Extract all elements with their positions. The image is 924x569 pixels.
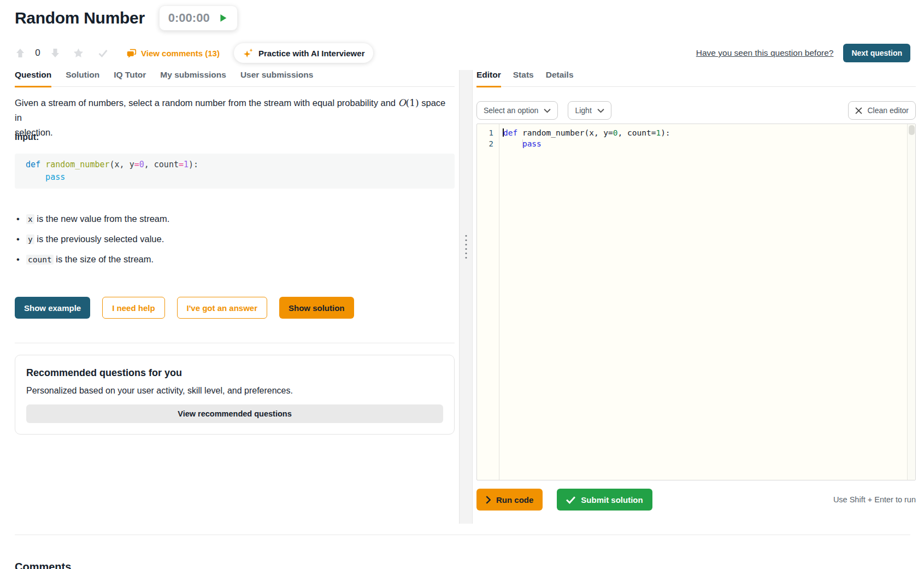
next-question-button[interactable]: Next question [843,44,910,62]
run-chevron-icon [486,496,491,504]
question-text-intro: Given a stream of numbers, select a rand… [15,98,398,108]
tab-editor[interactable]: Editor [476,70,501,87]
language-select-value: Select an option [484,106,538,115]
chevron-down-icon [597,108,604,113]
ai-interviewer-button[interactable]: Practice with AI Interviewer [234,43,374,63]
title-row: Random Number 0:00:00 [15,5,238,31]
question-panel-tabs: Question Solution IQ Tutor My submission… [15,70,455,87]
code-function-name: random_number [45,160,109,169]
check-icon [97,48,109,58]
header-right-actions: Have you seen this question before? Next… [696,44,910,62]
comments-divider [15,535,910,535]
timer-play-button[interactable] [217,13,228,24]
close-icon [855,107,862,114]
clean-editor-button[interactable]: Clean editor [848,101,916,120]
comments-icon [126,48,137,58]
run-code-label: Run code [496,495,533,505]
view-recommended-button[interactable]: View recommended questions [26,404,443,423]
tab-details[interactable]: Details [546,70,574,87]
code-keyword-def: def [26,160,40,169]
comments-heading: Comments [15,561,71,569]
recommended-questions-card: Recommended questions for you Personaliz… [15,355,455,435]
big-o-notation: O(1) [398,97,419,108]
question-actions-row: 0 View comments (13) [15,44,373,62]
input-label: Input: [15,132,39,142]
downvote-button[interactable] [50,48,61,58]
timer-widget: 0:00:00 [159,5,238,31]
editor-toolbar: Select an option Light Clean editor [476,101,916,120]
question-page: Random Number 0:00:00 0 [0,0,924,569]
favorite-button[interactable] [73,48,84,58]
theme-select[interactable]: Light [568,101,611,120]
view-comments-link[interactable]: View comments (13) [126,48,220,58]
got-answer-button[interactable]: I've got an answer [177,297,267,319]
tab-stats[interactable]: Stats [513,70,534,87]
sparkles-icon [243,48,254,58]
tab-my-submissions[interactable]: My submissions [160,70,226,87]
play-icon [217,13,228,24]
page-title: Random Number [15,9,145,27]
recommended-title: Recommended questions for you [26,367,443,379]
question-text-tail: selection. [15,125,452,140]
section-divider [15,343,455,343]
tab-iq-tutor[interactable]: IQ Tutor [114,70,146,87]
ai-interviewer-label: Practice with AI Interviewer [258,49,365,58]
vote-count: 0 [34,48,41,58]
tab-solution[interactable]: Solution [66,70,99,87]
mark-solved-button[interactable] [97,48,109,58]
theme-select-value: Light [575,106,591,115]
code-keyword-pass: pass [45,172,65,182]
upvote-button[interactable] [15,48,26,58]
editor-scrollbar[interactable] [907,124,915,480]
upvote-icon [15,48,26,58]
need-help-button[interactable]: I need help [102,297,164,319]
chevron-down-icon [544,108,551,113]
editor-panel: Editor Stats Details Select an option Li… [476,70,916,551]
editor-panel-tabs: Editor Stats Details [476,70,916,87]
param-count: count [26,255,54,265]
drag-dots-icon [465,235,467,259]
line-number: 1 [489,127,493,138]
question-text: Given a stream of numbers, select a rand… [15,96,452,140]
shortcut-hint: Use Shift + Enter to run [833,495,916,504]
tab-question[interactable]: Question [15,70,51,87]
submit-solution-button[interactable]: Submit solution [557,489,652,511]
list-item: count is the size of the stream. [15,254,169,266]
editor-keyword-def: def [503,128,517,137]
question-action-buttons: Show example I need help I've got an ans… [15,297,354,319]
code-editor[interactable]: 1 2 def random_number(x, y=0, count=1): … [476,124,916,480]
panel-resize-handle[interactable] [459,70,473,524]
line-number: 2 [489,138,493,149]
show-solution-button[interactable]: Show solution [279,297,354,319]
tab-user-submissions[interactable]: User submissions [240,70,314,87]
param-y: y [26,234,34,244]
seen-before-link[interactable]: Have you seen this question before? [696,48,834,58]
editor-code: def random_number(x, y=0, count=1): pass [503,127,904,149]
question-code-block: def random_number(x, y=0, count=1): pass [15,154,455,189]
list-item: y is the previously selected value. [15,233,169,245]
parameter-list: x is the new value from the stream. y is… [15,213,169,274]
question-panel: Question Solution IQ Tutor My submission… [15,70,455,551]
show-example-button[interactable]: Show example [15,297,90,319]
submit-check-icon [566,496,575,504]
run-code-button[interactable]: Run code [476,489,543,511]
list-item: x is the new value from the stream. [15,213,169,225]
recommended-subtitle: Personalized based on your user activity… [26,386,443,396]
editor-footer: Run code Submit solution Use Shift + Ent… [476,489,916,511]
star-icon [73,48,84,58]
timer-value: 0:00:00 [168,11,210,25]
clean-editor-label: Clean editor [868,106,909,115]
line-number-gutter: 1 2 [477,124,499,480]
downvote-icon [50,48,61,58]
submit-solution-label: Submit solution [581,495,643,505]
param-x: x [26,214,34,224]
view-comments-label: View comments (13) [141,49,220,58]
editor-keyword-pass: pass [522,139,542,148]
language-select[interactable]: Select an option [476,101,558,120]
scrollbar-thumb[interactable] [909,125,915,135]
